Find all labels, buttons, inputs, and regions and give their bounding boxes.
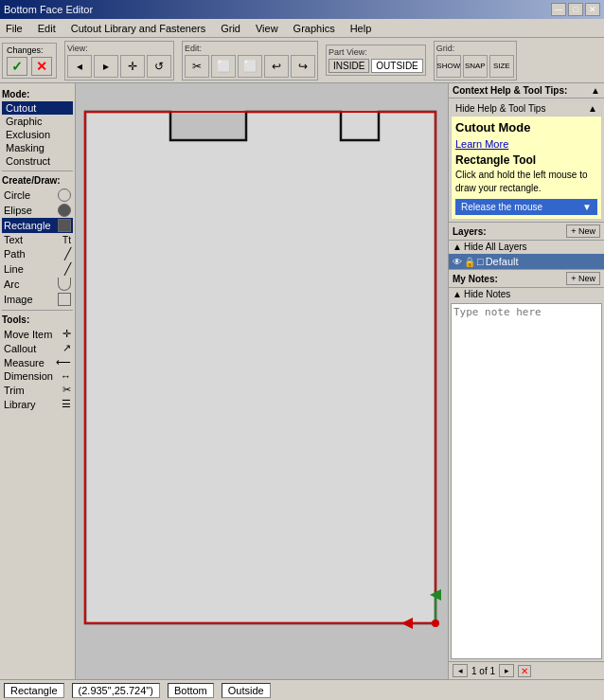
grid-label: Grid: xyxy=(436,44,514,53)
delete-note-button[interactable]: ✕ xyxy=(518,665,531,677)
context-help-collapse[interactable]: ▲ xyxy=(591,85,600,96)
draw-line[interactable]: Line ╱ xyxy=(2,261,73,277)
draw-path-label: Path xyxy=(4,248,26,260)
snap-grid-button[interactable]: SNAP xyxy=(463,55,488,78)
callout-icon: ↗ xyxy=(62,342,71,354)
menu-edit[interactable]: Edit xyxy=(34,21,60,36)
tool-library[interactable]: Library ☰ xyxy=(2,397,73,411)
edit-buttons: ✂ ⬜ ⬜ ↩ ↪ xyxy=(185,55,315,78)
draw-circle-label: Circle xyxy=(4,189,30,201)
toolbar-area: Changes: ✓ ✕ View: ◂ ▸ ✛ ↺ Edit: ✂ ⬜ ⬜ ↩… xyxy=(0,38,604,83)
view-fit-button[interactable]: ✛ xyxy=(120,55,145,78)
trim-icon: ✂ xyxy=(62,384,71,396)
prev-note-button[interactable]: ◂ xyxy=(453,664,468,677)
new-note-button[interactable]: + New xyxy=(566,272,600,285)
paste-button[interactable]: ⬜ xyxy=(238,55,262,78)
menu-grid[interactable]: Grid xyxy=(217,21,244,36)
library-label: Library xyxy=(4,399,36,410)
image-icon xyxy=(58,293,71,306)
collapse-notes-arrow: ▲ xyxy=(453,289,462,299)
inside-button[interactable]: INSIDE xyxy=(329,59,369,73)
tool-move-item[interactable]: Move Item ✛ xyxy=(2,327,73,341)
learn-more-link[interactable]: Learn More xyxy=(455,138,597,150)
draw-image-label: Image xyxy=(4,294,33,305)
undo-button[interactable]: ↩ xyxy=(264,55,289,78)
release-mouse-highlight[interactable]: Release the mouse ▼ xyxy=(455,199,597,215)
part-view-toolbar: Part View: INSIDE OUTSIDE xyxy=(326,45,426,76)
notes-section: My Notes: + New ▲ Hide Notes ◂ 1 of 1 ▸ … xyxy=(449,269,604,679)
cutout-mode-title: Cutout Mode xyxy=(455,120,597,135)
eye-icon: 👁 xyxy=(453,257,462,267)
changes-group: Changes: ✓ ✕ xyxy=(2,43,57,79)
svg-point-6 xyxy=(432,619,439,627)
tool-dimension[interactable]: Dimension ↔ xyxy=(2,369,73,383)
minimize-button[interactable]: — xyxy=(551,3,566,16)
elipse-icon xyxy=(58,204,71,217)
draw-text[interactable]: Text Tt xyxy=(2,233,73,246)
layers-label: Layers: xyxy=(453,226,487,237)
title-bar: Bottom Face Editor — □ ✕ xyxy=(0,0,604,19)
view-label: View: xyxy=(67,44,171,53)
layers-header: Layers: + New xyxy=(449,222,604,241)
tool-trim[interactable]: Trim ✂ xyxy=(2,383,73,397)
mode-construct[interactable]: Construct xyxy=(2,154,73,168)
mode-masking[interactable]: Masking xyxy=(2,141,73,154)
accept-button[interactable]: ✓ xyxy=(7,57,27,76)
new-layer-button[interactable]: + New xyxy=(566,224,600,238)
menu-view[interactable]: View xyxy=(252,21,282,36)
view-buttons: ◂ ▸ ✛ ↺ xyxy=(67,55,171,78)
rectangle-tool-title: Rectangle Tool xyxy=(455,153,597,167)
close-button[interactable]: ✕ xyxy=(585,3,600,16)
next-note-button[interactable]: ▸ xyxy=(499,664,514,677)
draw-circle[interactable]: Circle xyxy=(2,188,73,203)
divider-2 xyxy=(2,310,73,311)
mode-cutout[interactable]: Cutout xyxy=(2,101,73,115)
draw-path[interactable]: Path ╱ xyxy=(2,246,73,261)
measure-label: Measure xyxy=(4,357,44,368)
draw-arc[interactable]: Arc xyxy=(2,277,73,292)
part-view-buttons: INSIDE OUTSIDE xyxy=(329,59,423,73)
hide-help-arrow[interactable]: ▲ xyxy=(588,103,597,114)
maximize-button[interactable]: □ xyxy=(568,3,583,16)
view-toolbar: View: ◂ ▸ ✛ ↺ xyxy=(64,41,174,81)
reject-button[interactable]: ✕ xyxy=(31,57,52,76)
hide-all-layers-row[interactable]: ▲ Hide All Layers xyxy=(449,241,604,254)
mode-exclusion[interactable]: Exclusion xyxy=(2,128,73,141)
cut-button[interactable]: ✂ xyxy=(185,55,209,78)
tool-callout[interactable]: Callout ↗ xyxy=(2,341,73,355)
menu-help[interactable]: Help xyxy=(346,21,376,36)
lock-icon: 🔒 xyxy=(464,257,475,267)
view-refresh-button[interactable]: ↺ xyxy=(147,55,171,78)
menu-file[interactable]: File xyxy=(2,21,27,36)
draw-rectangle[interactable]: Rectangle xyxy=(2,218,73,233)
text-icon: Tt xyxy=(62,235,71,245)
menu-graphics[interactable]: Graphics xyxy=(290,21,339,36)
copy-button[interactable]: ⬜ xyxy=(211,55,236,78)
show-grid-button[interactable]: SHOW xyxy=(436,55,461,78)
left-panel: Mode: Cutout Graphic Exclusion Masking C… xyxy=(0,83,76,679)
hide-notes-label: Hide Notes xyxy=(464,289,510,299)
tool-measure[interactable]: Measure ⟵ xyxy=(2,355,73,369)
view-next-button[interactable]: ▸ xyxy=(94,55,118,78)
draw-elipse[interactable]: Elipse xyxy=(2,203,73,218)
line-icon: ╱ xyxy=(64,262,71,276)
draw-rectangle-label: Rectangle xyxy=(4,220,51,231)
context-help-header: Context Help & Tool Tips: ▲ xyxy=(449,83,604,99)
redo-button[interactable]: ↪ xyxy=(291,55,315,78)
draw-text-label: Text xyxy=(4,234,23,245)
notes-footer: ◂ 1 of 1 ▸ ✕ xyxy=(449,661,604,679)
default-layer-row[interactable]: 👁 🔒 □ Default xyxy=(449,254,604,269)
menu-cutout-library[interactable]: Cutout Library and Fasteners xyxy=(67,21,209,36)
notes-textarea[interactable] xyxy=(451,303,602,659)
grid-buttons: SHOW SNAP SIZE xyxy=(436,55,514,78)
view-prev-button[interactable]: ◂ xyxy=(67,55,92,78)
mode-graphic[interactable]: Graphic xyxy=(2,115,73,128)
draw-line-label: Line xyxy=(4,263,24,275)
canvas-area[interactable] xyxy=(76,83,448,679)
changes-label: Changes: xyxy=(7,45,52,55)
grid-size-button[interactable]: SIZE xyxy=(489,55,514,78)
draw-image[interactable]: Image xyxy=(2,292,73,307)
layers-section: Layers: + New ▲ Hide All Layers 👁 🔒 □ De… xyxy=(449,222,604,269)
outside-button[interactable]: OUTSIDE xyxy=(371,59,422,73)
hide-notes-row[interactable]: ▲ Hide Notes xyxy=(449,288,604,301)
